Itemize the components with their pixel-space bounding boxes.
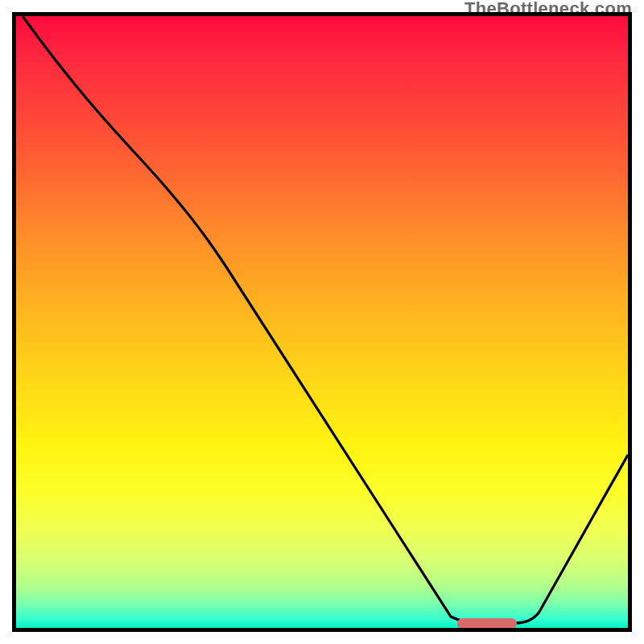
optimum-marker [457, 618, 517, 628]
bottleneck-chart: TheBottleneck.com [0, 0, 644, 644]
bottleneck-curve-path [23, 16, 628, 623]
curve-layer [16, 16, 628, 628]
plot-area [12, 12, 632, 632]
